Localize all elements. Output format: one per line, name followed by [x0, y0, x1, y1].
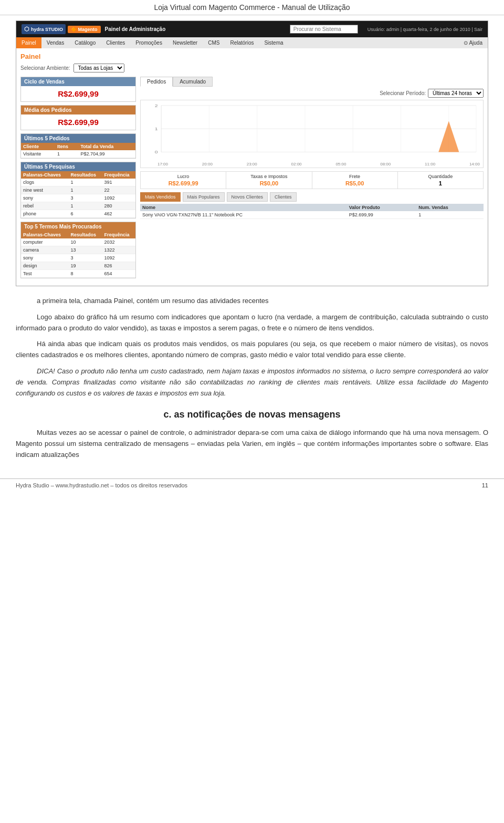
cell-product-sales: 1 — [416, 211, 484, 219]
painel-main: Painel Selecionar Ambiente: Todas as Loj… — [16, 48, 488, 286]
ambiente-label: Selecionar Ambiente: — [20, 65, 70, 71]
cell-itens: 1 — [55, 150, 78, 158]
col-palavras2: Palavras-Chaves — [21, 231, 69, 238]
metric-quantidade-label: Quantidade — [401, 174, 480, 179]
ciclo-vendas-value: R$2.699,99 — [21, 86, 135, 101]
metric-quantidade-value: 1 — [401, 180, 480, 186]
nav-vendas[interactable]: Vendas — [41, 37, 69, 48]
ultimas-pesquisas-header: Últimas 5 Pesquisas — [21, 162, 135, 171]
ciclo-vendas-box: Ciclo de Vendas R$2.699,99 — [20, 77, 136, 102]
cell-total: P$2.704,99 — [78, 150, 135, 158]
screenshot-box: ⬡ hydra STUDIO 🔶 Magento Painel de Admin… — [16, 20, 488, 286]
col-nome: Nome — [140, 204, 347, 211]
periodo-select[interactable]: Últimas 24 horas — [428, 89, 484, 98]
nav-newsletter[interactable]: Newsletter — [167, 37, 203, 48]
col-num-vendas: Num. Vendas — [416, 204, 484, 211]
ambiente-bar: Selecionar Ambiente: Todas as Lojas — [20, 64, 484, 72]
nav-painel[interactable]: Painel — [16, 37, 41, 48]
table-row: Visitante 1 P$2.704,99 — [21, 150, 135, 158]
tab-mais-populares[interactable]: Mais Populares — [183, 192, 225, 202]
ultimos-pedidos-table: Cliente Itens Total da Venda Visitante 1… — [21, 143, 135, 158]
tab-clientes[interactable]: Clientes — [270, 192, 297, 202]
col-resultados2: Resultados — [69, 231, 102, 238]
admin-logo: ⬡ hydra STUDIO 🔶 Magento Painel de Admin… — [22, 24, 165, 34]
table-row: rebel1280 — [21, 202, 135, 210]
table-row: Test8654 — [21, 270, 135, 278]
top5-table: Palavras-Chaves Resultados Frequência co… — [21, 231, 135, 278]
cell-visitante: Visitante — [21, 150, 55, 158]
chart-tabs: Pedidos Acumulado — [140, 77, 484, 87]
magento-logo: 🔶 Magento — [68, 26, 101, 33]
ultimos-pedidos-box: Últimos 5 Pedidos Cliente Itens Total da… — [20, 133, 136, 159]
svg-text:1: 1 — [155, 127, 158, 131]
periodo-label: Selecionar Período: — [380, 90, 426, 96]
metric-lucro: Lucro R$2.699,99 — [141, 172, 226, 189]
right-column: Pedidos Acumulado Selecionar Período: Úl… — [140, 77, 484, 282]
tab-acumulado[interactable]: Acumulado — [173, 77, 213, 87]
text-dica: DICA! Caso o produto não tenha um custo … — [16, 366, 488, 399]
hydra-label: hydra STUDIO — [31, 27, 63, 32]
tab-mais-vendidos[interactable]: Mais Vendidos — [140, 192, 181, 202]
ambiente-select[interactable]: Todas as Lojas — [74, 64, 124, 72]
painel-title: Painel — [20, 53, 484, 60]
metric-frete-label: Frete — [316, 174, 394, 179]
metric-taxas: Taxas e Impostos R$0,00 — [226, 172, 312, 189]
nav-help[interactable]: ⊙ Ajuda — [458, 37, 488, 48]
metric-taxas-label: Taxas e Impostos — [229, 174, 308, 179]
periodo-bar: Selecionar Período: Últimas 24 horas — [140, 89, 484, 98]
metric-frete-value: R$5,00 — [316, 180, 394, 186]
products-table: Nome Valor Produto Num. Vendas Sony VAIO… — [140, 204, 484, 219]
nav-promocoes[interactable]: Promoções — [130, 37, 167, 48]
media-pedidos-value: R$2.699,99 — [21, 114, 135, 130]
main-content: ⬡ hydra STUDIO 🔶 Magento Painel de Admin… — [0, 15, 504, 478]
nav-sistema[interactable]: Sistema — [259, 37, 288, 48]
more-tabs: Mais Vendidos Mais Populares Novos Clien… — [140, 192, 484, 202]
search-input[interactable] — [290, 25, 358, 34]
col-total: Total da Venda — [78, 143, 135, 150]
hydra-icon: ⬡ — [24, 26, 29, 33]
text-p1: a primeira tela, chamada Painel, contém … — [16, 296, 488, 307]
table-row: sony31092 — [21, 254, 135, 262]
nav-relatorios[interactable]: Relatórios — [225, 37, 259, 48]
top5-box: Top 5 Termos Mais Procurados Palavras-Ch… — [20, 222, 136, 278]
ultimas-pesquisas-box: Últimas 5 Pesquisas Palavras-Chaves Resu… — [20, 162, 136, 218]
metric-lucro-label: Lucro — [144, 174, 223, 179]
left-column: Ciclo de Vendas R$2.699,99 Média dos Ped… — [20, 77, 136, 282]
admin-nav: Painel Vendas Catálogo Clientes Promoçõe… — [16, 37, 488, 48]
table-row: clogs1391 — [21, 179, 135, 186]
table-row: Sony VAIO VGN-TXN27N/B 11.1" Notebook PC… — [140, 211, 484, 219]
ultimos-pedidos-header: Últimos 5 Pedidos — [21, 134, 135, 143]
metric-frete: Frete R$5,00 — [312, 172, 398, 189]
svg-marker-14 — [438, 121, 459, 152]
ciclo-vendas-header: Ciclo de Vendas — [21, 77, 135, 86]
admin-user-info: Usuário: admin | quarta-feira, 2 de junh… — [368, 27, 482, 32]
text-p3: Há ainda abas que indicam quais os produ… — [16, 339, 488, 361]
table-row: computer102032 — [21, 238, 135, 246]
admin-search — [290, 25, 358, 34]
chart-area: 2 1 0 — [140, 100, 484, 168]
table-row: camera131322 — [21, 246, 135, 254]
page-header: Loja Virtual com Magento Commerce - Manu… — [0, 0, 504, 15]
nav-clientes[interactable]: Clientes — [101, 37, 130, 48]
text-section: a primeira tela, chamada Painel, contém … — [16, 296, 488, 399]
painel-grid: Ciclo de Vendas R$2.699,99 Média dos Ped… — [20, 77, 484, 282]
page-title: Loja Virtual com Magento Commerce - Manu… — [154, 3, 350, 12]
painel-de-administracao: Painel de Administração — [105, 26, 166, 32]
nav-cms[interactable]: CMS — [203, 37, 225, 48]
footer-page-number: 11 — [482, 482, 488, 488]
text-p5: Muitas vezes ao se acessar o painel de c… — [16, 428, 488, 460]
section-c-heading: c. as notificações de novas mensagens — [16, 409, 488, 420]
media-pedidos-box: Média dos Pedidos R$2.699,99 — [20, 105, 136, 130]
hydra-logo: ⬡ hydra STUDIO — [22, 24, 66, 34]
tab-novos-clientes[interactable]: Novos Clientes — [227, 192, 268, 202]
table-row: phone6462 — [21, 210, 135, 218]
page-footer: Hydra Studio – www.hydrastudio.net – tod… — [0, 478, 504, 492]
col-palavras: Palavras-Chaves — [21, 171, 69, 179]
media-pedidos-header: Média dos Pedidos — [21, 106, 135, 114]
col-freq2: Frequência — [102, 231, 135, 238]
tab-pedidos[interactable]: Pedidos — [140, 77, 173, 87]
metric-lucro-value: R$2.699,99 — [144, 180, 223, 186]
col-itens: Itens — [55, 143, 78, 150]
top5-header: Top 5 Termos Mais Procurados — [21, 222, 135, 231]
nav-catalogo[interactable]: Catálogo — [69, 37, 101, 48]
